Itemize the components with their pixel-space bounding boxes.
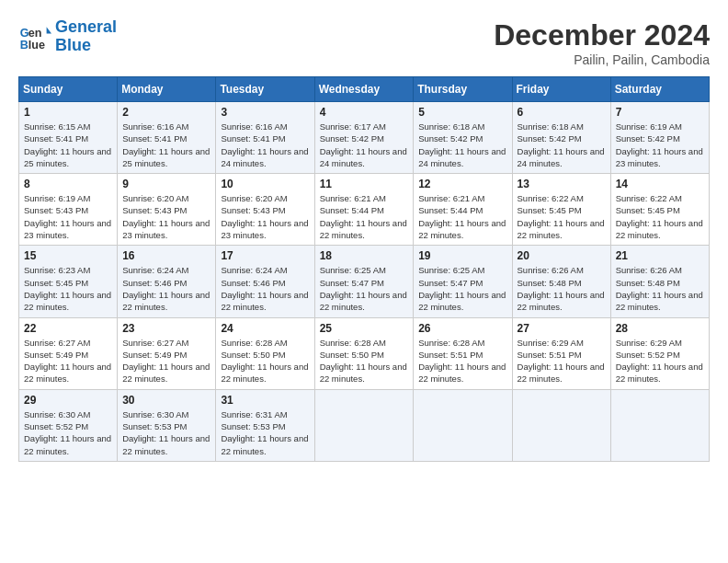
page-header: G en B lue General Blue December 2024 Pa… — [18, 18, 710, 67]
day-number: 22 — [24, 322, 112, 335]
calendar-week-1: 1 Sunrise: 6:15 AM Sunset: 5:41 PM Dayli… — [19, 102, 710, 174]
calendar-header-friday: Friday — [512, 77, 610, 102]
day-info: Sunrise: 6:19 AM Sunset: 5:42 PM Dayligh… — [616, 121, 704, 169]
day-info: Sunrise: 6:17 AM Sunset: 5:42 PM Dayligh… — [320, 121, 409, 169]
calendar-cell: 28 Sunrise: 6:29 AM Sunset: 5:52 PM Dayl… — [610, 317, 709, 389]
logo-icon: G en B lue — [18, 20, 51, 53]
day-info: Sunrise: 6:24 AM Sunset: 5:46 PM Dayligh… — [122, 264, 210, 313]
calendar-cell: 31 Sunrise: 6:31 AM Sunset: 5:53 PM Dayl… — [216, 389, 314, 461]
svg-marker-4 — [47, 27, 51, 33]
calendar-cell: 29 Sunrise: 6:30 AM Sunset: 5:52 PM Dayl… — [19, 389, 118, 461]
day-number: 19 — [418, 249, 506, 262]
calendar-cell: 15 Sunrise: 6:23 AM Sunset: 5:45 PM Dayl… — [19, 246, 118, 317]
day-info: Sunrise: 6:28 AM Sunset: 5:51 PM Dayligh… — [418, 337, 506, 385]
day-info: Sunrise: 6:22 AM Sunset: 5:45 PM Dayligh… — [518, 192, 606, 241]
svg-text:B: B — [20, 38, 28, 51]
calendar-cell: 20 Sunrise: 6:26 AM Sunset: 5:48 PM Dayl… — [512, 246, 610, 317]
day-info: Sunrise: 6:26 AM Sunset: 5:48 PM Dayligh… — [518, 264, 606, 313]
day-info: Sunrise: 6:20 AM Sunset: 5:43 PM Dayligh… — [122, 192, 210, 241]
day-info: Sunrise: 6:27 AM Sunset: 5:49 PM Dayligh… — [24, 337, 112, 385]
calendar-cell: 7 Sunrise: 6:19 AM Sunset: 5:42 PM Dayli… — [610, 102, 709, 174]
day-info: Sunrise: 6:18 AM Sunset: 5:42 PM Dayligh… — [518, 121, 606, 169]
day-info: Sunrise: 6:30 AM Sunset: 5:52 PM Dayligh… — [24, 408, 112, 457]
calendar-cell: 9 Sunrise: 6:20 AM Sunset: 5:43 PM Dayli… — [118, 174, 216, 246]
day-number: 15 — [24, 249, 112, 262]
day-number: 31 — [221, 394, 309, 407]
calendar-header-sunday: Sunday — [19, 77, 118, 102]
day-number: 26 — [418, 322, 506, 335]
day-number: 25 — [320, 322, 409, 335]
day-info: Sunrise: 6:25 AM Sunset: 5:47 PM Dayligh… — [320, 264, 409, 313]
calendar-header-row: SundayMondayTuesdayWednesdayThursdayFrid… — [19, 77, 710, 102]
day-number: 9 — [122, 178, 210, 190]
day-number: 4 — [320, 106, 409, 119]
day-info: Sunrise: 6:27 AM Sunset: 5:49 PM Dayligh… — [122, 337, 210, 385]
calendar-header-wednesday: Wednesday — [314, 77, 414, 102]
day-info: Sunrise: 6:16 AM Sunset: 5:41 PM Dayligh… — [221, 121, 309, 169]
day-number: 16 — [122, 249, 210, 262]
calendar-cell: 14 Sunrise: 6:22 AM Sunset: 5:45 PM Dayl… — [610, 174, 709, 246]
day-number: 3 — [221, 106, 309, 119]
day-number: 27 — [518, 322, 606, 335]
calendar-header-saturday: Saturday — [610, 77, 709, 102]
day-info: Sunrise: 6:25 AM Sunset: 5:47 PM Dayligh… — [418, 264, 506, 313]
calendar-cell: 3 Sunrise: 6:16 AM Sunset: 5:41 PM Dayli… — [216, 102, 314, 174]
calendar-cell: 25 Sunrise: 6:28 AM Sunset: 5:50 PM Dayl… — [314, 317, 414, 389]
day-number: 1 — [24, 106, 112, 119]
day-info: Sunrise: 6:29 AM Sunset: 5:52 PM Dayligh… — [616, 337, 704, 385]
day-number: 8 — [24, 178, 112, 190]
month-title: December 2024 — [494, 18, 710, 52]
day-info: Sunrise: 6:18 AM Sunset: 5:42 PM Dayligh… — [418, 121, 506, 169]
day-number: 12 — [418, 178, 506, 190]
day-info: Sunrise: 6:15 AM Sunset: 5:41 PM Dayligh… — [24, 121, 112, 169]
calendar-cell — [314, 389, 414, 461]
calendar-week-4: 22 Sunrise: 6:27 AM Sunset: 5:49 PM Dayl… — [19, 317, 710, 389]
logo-line1: General — [55, 17, 117, 36]
calendar-cell: 27 Sunrise: 6:29 AM Sunset: 5:51 PM Dayl… — [512, 317, 610, 389]
day-number: 11 — [320, 178, 409, 190]
day-info: Sunrise: 6:29 AM Sunset: 5:51 PM Dayligh… — [518, 337, 606, 385]
day-number: 2 — [122, 106, 210, 119]
calendar-cell: 22 Sunrise: 6:27 AM Sunset: 5:49 PM Dayl… — [19, 317, 118, 389]
calendar-cell: 11 Sunrise: 6:21 AM Sunset: 5:44 PM Dayl… — [314, 174, 414, 246]
calendar-cell — [512, 389, 610, 461]
title-block: December 2024 Pailin, Pailin, Cambodia — [494, 18, 710, 67]
logo-line2: Blue — [55, 36, 91, 54]
day-info: Sunrise: 6:28 AM Sunset: 5:50 PM Dayligh… — [221, 337, 309, 385]
logo-text: General Blue — [55, 18, 117, 55]
calendar-cell: 21 Sunrise: 6:26 AM Sunset: 5:48 PM Dayl… — [610, 246, 709, 317]
day-number: 28 — [616, 322, 704, 335]
day-info: Sunrise: 6:21 AM Sunset: 5:44 PM Dayligh… — [418, 192, 506, 241]
calendar-header-monday: Monday — [118, 77, 216, 102]
calendar-cell — [414, 389, 512, 461]
calendar-cell: 4 Sunrise: 6:17 AM Sunset: 5:42 PM Dayli… — [314, 102, 414, 174]
day-number: 20 — [518, 249, 606, 262]
calendar-table: SundayMondayTuesdayWednesdayThursdayFrid… — [18, 76, 710, 462]
day-number: 5 — [418, 106, 506, 119]
calendar-cell: 5 Sunrise: 6:18 AM Sunset: 5:42 PM Dayli… — [414, 102, 512, 174]
day-number: 29 — [24, 394, 112, 407]
day-number: 10 — [221, 178, 309, 190]
day-number: 14 — [616, 178, 704, 190]
day-info: Sunrise: 6:30 AM Sunset: 5:53 PM Dayligh… — [122, 408, 210, 457]
calendar-cell — [610, 389, 709, 461]
day-info: Sunrise: 6:26 AM Sunset: 5:48 PM Dayligh… — [616, 264, 704, 313]
day-info: Sunrise: 6:19 AM Sunset: 5:43 PM Dayligh… — [24, 192, 112, 241]
calendar-cell: 17 Sunrise: 6:24 AM Sunset: 5:46 PM Dayl… — [216, 246, 314, 317]
calendar-cell: 6 Sunrise: 6:18 AM Sunset: 5:42 PM Dayli… — [512, 102, 610, 174]
calendar-cell: 13 Sunrise: 6:22 AM Sunset: 5:45 PM Dayl… — [512, 174, 610, 246]
calendar-cell: 12 Sunrise: 6:21 AM Sunset: 5:44 PM Dayl… — [414, 174, 512, 246]
svg-text:lue: lue — [28, 38, 45, 51]
day-number: 24 — [221, 322, 309, 335]
calendar-week-2: 8 Sunrise: 6:19 AM Sunset: 5:43 PM Dayli… — [19, 174, 710, 246]
calendar-cell: 23 Sunrise: 6:27 AM Sunset: 5:49 PM Dayl… — [118, 317, 216, 389]
day-number: 21 — [616, 249, 704, 262]
logo: G en B lue General Blue — [18, 18, 117, 55]
day-number: 13 — [518, 178, 606, 190]
calendar-week-3: 15 Sunrise: 6:23 AM Sunset: 5:45 PM Dayl… — [19, 246, 710, 317]
day-info: Sunrise: 6:16 AM Sunset: 5:41 PM Dayligh… — [122, 121, 210, 169]
day-info: Sunrise: 6:21 AM Sunset: 5:44 PM Dayligh… — [320, 192, 409, 241]
calendar-cell: 2 Sunrise: 6:16 AM Sunset: 5:41 PM Dayli… — [118, 102, 216, 174]
day-number: 30 — [122, 394, 210, 407]
day-info: Sunrise: 6:23 AM Sunset: 5:45 PM Dayligh… — [24, 264, 112, 313]
